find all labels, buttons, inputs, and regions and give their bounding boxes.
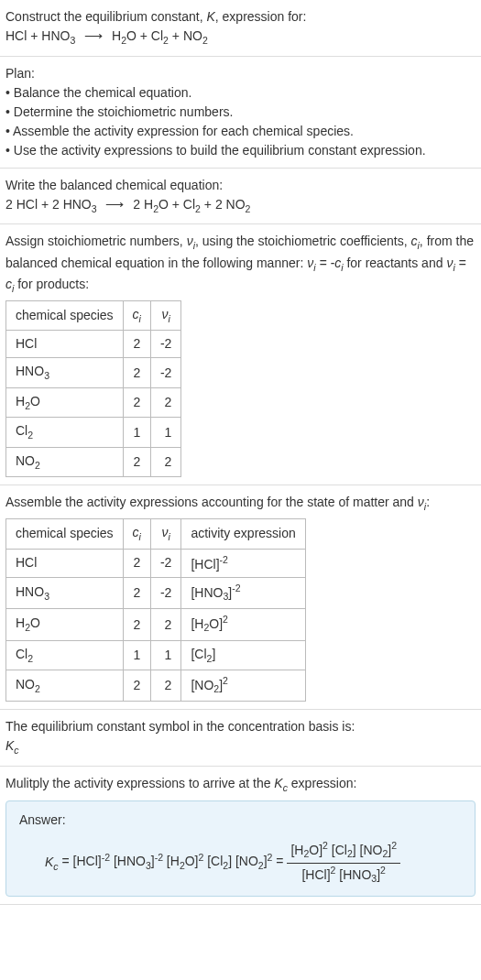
balanced-equation: 2 HCl + 2 HNO3 ⟶ 2 H2O + Cl2 + 2 NO2	[5, 195, 476, 217]
cell-species: HNO3	[6, 578, 124, 609]
eqn: νi = -ci	[307, 256, 343, 270]
K-symbol: K	[206, 9, 214, 24]
final-section: Mulitply the activity expressions to arr…	[0, 767, 481, 905]
th-vi: νi	[150, 300, 180, 331]
cell-ci: 2	[123, 578, 150, 609]
fraction: [H2O]2 [Cl2] [NO2]2 [HCl]2 [HNO3]2	[287, 839, 400, 886]
cell-ci: 2	[123, 549, 150, 578]
text: Construct the equilibrium constant,	[5, 9, 206, 24]
cell-species: Cl2	[6, 640, 124, 670]
cell-species: HCl	[6, 549, 124, 578]
cell-species: HCl	[6, 331, 124, 358]
cell-vi: 2	[150, 387, 180, 418]
text: Determine the stoichiometric numbers.	[14, 104, 234, 119]
table-row: HCl 2 -2	[6, 331, 181, 358]
answer-label: Answer:	[19, 811, 462, 830]
table-row: chemical species ci νi activity expressi…	[6, 519, 306, 550]
cell-activity: [HNO3]-2	[181, 578, 305, 609]
text: Assemble the activity expressions accoun…	[5, 495, 418, 509]
cell-activity: [HCl]-2	[181, 549, 305, 578]
activity-intro: Assemble the activity expressions accoun…	[5, 493, 476, 515]
cell-activity: [H2O]2	[181, 609, 305, 640]
kc-expression: Kc = [HCl]-2 [HNO3]-2 [H2O]2 [Cl2] [NO2]…	[19, 839, 462, 886]
sub: 2	[202, 35, 208, 46]
stoich-intro: Assign stoichiometric numbers, νi, using…	[5, 232, 476, 297]
table-row: chemical species ci νi	[6, 300, 181, 331]
text: H	[112, 28, 121, 43]
th-ci: ci	[123, 519, 150, 550]
text: for reactants and	[344, 256, 447, 270]
activity-section: Assemble the activity expressions accoun…	[0, 485, 481, 710]
text: H	[16, 394, 25, 408]
text: + NO	[169, 28, 202, 43]
text: Assemble the activity expression for eac…	[13, 124, 354, 138]
stoich-table: chemical species ci νi HCl 2 -2 HNO3 2 -…	[5, 300, 181, 478]
cell-vi: 2	[150, 609, 180, 640]
th-ci: ci	[123, 300, 150, 331]
plan-bullet: • Determine the stoichiometric numbers.	[5, 103, 476, 122]
cell-ci: 1	[123, 640, 150, 670]
th-activity: activity expression	[181, 519, 305, 550]
cell-species: Cl2	[6, 418, 124, 448]
text: O	[30, 394, 40, 408]
cell-activity: [Cl2]	[181, 640, 305, 670]
sub: 3	[44, 370, 49, 381]
cell-vi: 2	[150, 670, 180, 702]
text: Use the activity expressions to build th…	[14, 143, 426, 158]
cell-vi: -2	[150, 358, 180, 388]
cell-vi: 2	[150, 447, 180, 477]
table-row: H2O 2 2 [H2O]2	[6, 609, 306, 640]
cell-vi: -2	[150, 578, 180, 609]
plan-title: Plan:	[5, 64, 476, 83]
cell-species: H2O	[6, 387, 124, 418]
table-row: HCl 2 -2 [HCl]-2	[6, 549, 306, 578]
text: Balance the chemical equation.	[14, 85, 192, 100]
text: Cl	[16, 423, 27, 438]
cell-ci: 2	[123, 331, 150, 358]
c-i: ci	[411, 234, 420, 248]
kc: Kc	[45, 855, 59, 869]
cell-species: HNO3	[6, 358, 124, 388]
prompt-section: Construct the equilibrium constant, K, e…	[0, 0, 481, 57]
plan-bullet: • Assemble the activity expression for e…	[5, 122, 476, 141]
nu-i: νi	[418, 495, 426, 509]
cell-vi: -2	[150, 331, 180, 358]
text: expression:	[288, 776, 356, 790]
text: Mulitply the activity expressions to arr…	[5, 776, 274, 790]
denominator: [HCl]2 [HNO3]2	[287, 864, 400, 887]
text: NO	[16, 453, 35, 468]
plan-section: Plan: • Balance the chemical equation. •…	[0, 57, 481, 169]
sub: 2	[35, 460, 40, 471]
plan-bullet: • Balance the chemical equation.	[5, 83, 476, 103]
balanced-title: Write the balanced chemical equation:	[5, 176, 476, 195]
table-row: NO2 2 2	[6, 447, 181, 477]
th-vi: νi	[150, 519, 180, 550]
stoich-section: Assign stoichiometric numbers, νi, using…	[0, 224, 481, 485]
table-row: NO2 2 2 [NO2]2	[6, 670, 306, 702]
final-intro: Mulitply the activity expressions to arr…	[5, 774, 476, 796]
cell-species: NO2	[6, 670, 124, 702]
numerator: [H2O]2 [Cl2] [NO2]2	[287, 839, 400, 863]
arrow-icon: ⟶	[84, 27, 103, 46]
table-row: HNO3 2 -2 [HNO3]-2	[6, 578, 306, 609]
text: The equilibrium constant symbol in the c…	[5, 717, 476, 736]
unbalanced-equation: HCl + HNO3 ⟶ H2O + Cl2 + NO2	[5, 27, 476, 49]
activity-table: chemical species ci νi activity expressi…	[5, 518, 306, 702]
kc-symbol: Kc	[5, 736, 476, 758]
cell-ci: 2	[123, 670, 150, 702]
table-row: H2O 2 2	[6, 387, 181, 418]
table-row: HNO3 2 -2	[6, 358, 181, 388]
text: HCl	[16, 336, 37, 351]
answer-box: Answer: Kc = [HCl]-2 [HNO3]-2 [H2O]2 [Cl…	[5, 800, 476, 896]
sub: 2	[27, 430, 33, 441]
balanced-eq-section: Write the balanced chemical equation: 2 …	[0, 169, 481, 225]
cell-ci: 2	[123, 387, 150, 418]
text: HCl + HNO	[5, 28, 70, 43]
text: for products:	[14, 277, 89, 291]
cell-vi: 1	[150, 640, 180, 670]
cell-activity: [NO2]2	[181, 670, 305, 702]
cell-species: NO2	[6, 447, 124, 477]
kc: Kc	[274, 776, 288, 790]
text: :	[426, 495, 430, 509]
kc-symbol-section: The equilibrium constant symbol in the c…	[0, 710, 481, 767]
